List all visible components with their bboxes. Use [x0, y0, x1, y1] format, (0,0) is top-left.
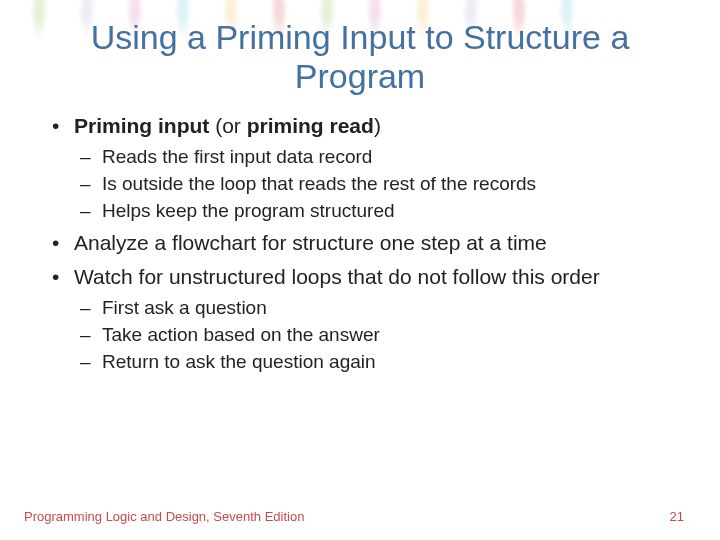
bullet-unstructured-loops: Watch for unstructured loops that do not… [48, 263, 672, 374]
term-priming-input: Priming input [74, 114, 209, 137]
slide-title: Using a Priming Input to Structure a Pro… [0, 0, 720, 112]
sub-bullet: Is outside the loop that reads the rest … [74, 171, 672, 196]
page-number: 21 [670, 509, 684, 524]
slide-footer: Programming Logic and Design, Seventh Ed… [0, 509, 720, 524]
sub-bullet: Helps keep the program structured [74, 198, 672, 223]
bullet-text: Watch for unstructured loops that do not… [74, 265, 600, 288]
sub-bullet: Take action based on the answer [74, 322, 672, 347]
sub-bullet: Reads the first input data record [74, 144, 672, 169]
footer-source: Programming Logic and Design, Seventh Ed… [24, 509, 304, 524]
sub-bullet: Return to ask the question again [74, 349, 672, 374]
text-segment: (or [209, 114, 246, 137]
bullet-analyze-flowchart: Analyze a flowchart for structure one st… [48, 229, 672, 257]
text-segment: ) [374, 114, 381, 137]
slide-body: Priming input (or priming read) Reads th… [0, 112, 720, 374]
bullet-priming-input: Priming input (or priming read) Reads th… [48, 112, 672, 223]
sub-bullet: First ask a question [74, 295, 672, 320]
term-priming-read: priming read [247, 114, 374, 137]
